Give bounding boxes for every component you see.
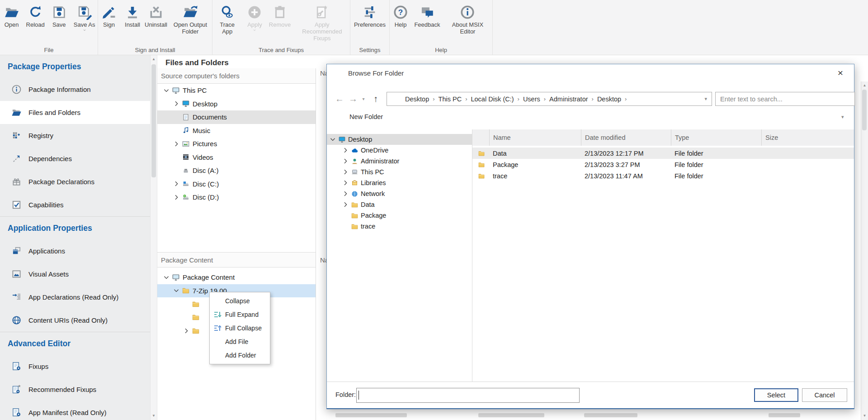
breadcrumb-segment-users[interactable]: Users	[519, 95, 544, 103]
chevron-right-icon[interactable]	[173, 180, 180, 187]
tree-item-administrator[interactable]: Administrator	[327, 156, 472, 167]
search-input[interactable]	[716, 92, 854, 105]
breadcrumb-segment-this-pc[interactable]: This PC	[435, 95, 466, 103]
tree-item-documents[interactable]: Documents	[157, 110, 316, 124]
chevron-right-icon[interactable]	[342, 147, 349, 154]
chevron-down-icon[interactable]	[252, 29, 257, 32]
apply-button[interactable]: Apply	[244, 4, 265, 33]
menu-item-collapse[interactable]: Collapse	[210, 294, 270, 308]
scroll-up-icon[interactable]: ▲	[151, 56, 157, 62]
chevron-right-icon[interactable]	[342, 179, 349, 186]
breadcrumb-segment-desktop[interactable]: Desktop	[401, 95, 433, 103]
tree-item-disc-c[interactable]: Disc (C:)	[157, 177, 316, 191]
menu-item-add-folder[interactable]: Add Folder	[210, 348, 270, 362]
tree-item-network[interactable]: Network	[327, 188, 472, 199]
remove-button[interactable]: Remove	[267, 4, 292, 29]
view-dropdown-icon[interactable]: ▾	[841, 114, 844, 120]
column-header-type[interactable]: Type	[671, 129, 761, 146]
save-button[interactable]: Save	[48, 4, 70, 29]
sidebar-item-content-uris-read-only[interactable]: Content URIs (Read Only)	[0, 309, 150, 332]
close-icon[interactable]: ×	[838, 67, 843, 78]
chevron-right-icon[interactable]	[342, 201, 349, 208]
column-header-size[interactable]: Size	[761, 129, 855, 146]
chevron-right-icon[interactable]	[183, 327, 190, 334]
menu-item-full-expand[interactable]: Full Expand	[210, 308, 270, 321]
sidebar-item-registry[interactable]: Registry	[0, 124, 150, 147]
main-list-scrollbar[interactable]: ▲ ▼	[861, 81, 868, 420]
sign-button[interactable]: Sign	[98, 4, 120, 29]
breadcrumb-segment-local-disk-c[interactable]: Local Disk (C:)	[467, 95, 517, 103]
chevron-right-icon[interactable]	[173, 194, 180, 201]
chevron-right-icon[interactable]	[342, 168, 349, 176]
new-folder-button[interactable]: New Folder	[336, 112, 383, 121]
feedback-button[interactable]: Feedback	[413, 4, 441, 29]
file-list-header[interactable]: NameDate modifiedTypeSize	[472, 129, 854, 146]
menu-item-full-collapse[interactable]: Full Collapse	[210, 321, 270, 335]
preferences-button[interactable]: Preferences	[352, 4, 387, 29]
about-msix-editor-button[interactable]: About MSIX Editor	[443, 4, 492, 36]
column-header-date-modified[interactable]: Date modified	[581, 129, 671, 146]
back-icon[interactable]: ←	[334, 91, 345, 107]
tree-item-data[interactable]: Data	[327, 199, 472, 210]
breadcrumb[interactable]: Desktop›This PC›Local Disk (C:)›Users›Ad…	[387, 92, 712, 106]
tree-item-package-content[interactable]: Package Content	[157, 271, 316, 284]
help-filled-icon[interactable]	[817, 112, 826, 122]
view-list-icon[interactable]	[830, 112, 839, 121]
chevron-right-icon[interactable]	[342, 190, 349, 197]
tree-item-videos[interactable]: Videos	[157, 151, 316, 164]
breadcrumb-segment-desktop[interactable]: Desktop	[594, 95, 625, 103]
chevron-right-icon[interactable]	[173, 140, 180, 148]
trace-app-button[interactable]: Trace App	[212, 4, 242, 36]
scroll-down-icon[interactable]: ▼	[151, 413, 157, 419]
chevron-down-icon[interactable]	[329, 136, 336, 143]
chevron-down-icon[interactable]	[173, 287, 180, 294]
open-output-folder-button[interactable]: Open Output Folder	[169, 4, 212, 36]
column-header-name[interactable]: Name	[489, 129, 581, 146]
save-as-button[interactable]: Save As	[72, 4, 97, 33]
install-button[interactable]: Install	[122, 4, 143, 29]
open-button[interactable]: Open	[1, 4, 23, 29]
up-icon[interactable]: ↑	[370, 91, 381, 107]
scrollbar-thumb[interactable]	[151, 64, 156, 177]
tree-item-this-pc[interactable]: This PC	[157, 84, 316, 97]
file-list-row-trace[interactable]: trace2/13/2023 11:47 AMFile folder	[472, 170, 854, 181]
sidebar-item-package-information[interactable]: Package Information	[0, 78, 150, 101]
sidebar-item-recommended-fixups[interactable]: Recommended Fixups	[0, 378, 150, 401]
file-list-row-data[interactable]: Data2/13/2023 12:17 PMFile folder	[472, 148, 854, 159]
sidebar-item-app-manifest-read-only[interactable]: App Manifest (Read Only)	[0, 401, 150, 420]
tree-item-disc-a[interactable]: Disc (A:)	[157, 164, 316, 177]
file-list-row-package[interactable]: Package2/13/2023 3:27 PMFile folder	[472, 159, 854, 170]
sidebar-item-files-and-folders[interactable]: Files and Folders	[0, 101, 150, 124]
tree-item-music[interactable]: Music	[157, 124, 316, 138]
sidebar-item-fixups[interactable]: Fixups	[0, 355, 150, 378]
folder-input[interactable]	[356, 388, 580, 403]
history-dropdown-icon[interactable]: ▾	[360, 91, 367, 107]
tree-item-this-pc[interactable]: This PC	[327, 167, 472, 177]
chevron-right-icon[interactable]	[342, 158, 349, 165]
scrollbar-thumb[interactable]	[862, 90, 867, 130]
sidebar-scrollbar[interactable]: ▲ ▼	[150, 55, 157, 420]
sidebar-item-applications[interactable]: Applications	[0, 239, 150, 262]
tree-item-package[interactable]: Package	[327, 210, 472, 221]
help-button[interactable]: ?Help	[390, 4, 411, 29]
chevron-down-icon[interactable]	[163, 274, 170, 281]
tree-item-trace[interactable]: trace	[327, 221, 472, 232]
reload-button[interactable]: Reload	[24, 4, 47, 29]
sidebar-item-package-declarations[interactable]: Package Declarations	[0, 170, 150, 193]
dialog-search-box[interactable]	[715, 92, 855, 106]
chevron-right-icon[interactable]	[173, 100, 180, 107]
tree-item-desktop[interactable]: Desktop	[157, 97, 316, 111]
forward-icon[interactable]: →	[348, 91, 359, 107]
tree-item-pictures[interactable]: Pictures	[157, 137, 316, 151]
tree-item-disc-d[interactable]: Disc (D:)	[157, 191, 316, 204]
scroll-down-icon[interactable]: ▼	[861, 413, 868, 419]
breadcrumb-dropdown-icon[interactable]: ▾	[704, 96, 709, 102]
scroll-up-icon[interactable]: ▲	[861, 82, 868, 89]
sidebar-item-capabilities[interactable]: Capabilities	[0, 193, 150, 216]
dialog-titlebar[interactable]: Browse For Folder ×	[327, 64, 854, 82]
menu-item-add-file[interactable]: Add File	[210, 335, 270, 348]
sidebar-item-dependencies[interactable]: Dependencies	[0, 147, 150, 170]
uninstall-button[interactable]: Uninstall	[145, 4, 167, 29]
cancel-button[interactable]: Cancel	[802, 388, 847, 402]
tree-item-libraries[interactable]: Libraries	[327, 177, 472, 188]
